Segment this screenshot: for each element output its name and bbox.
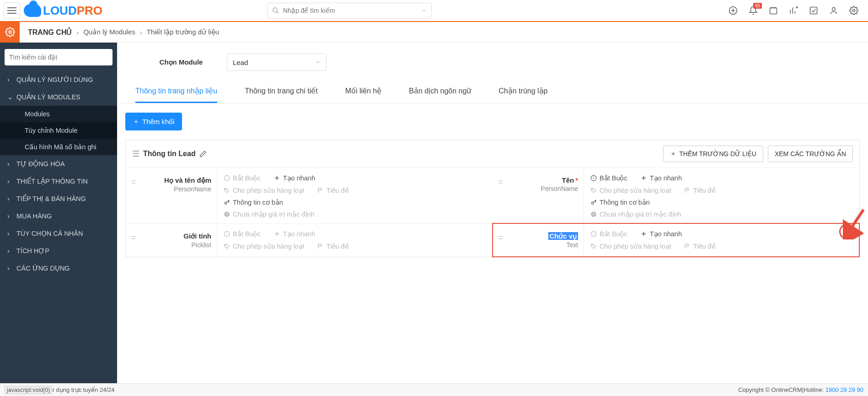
tab[interactable]: Chặn trùng lặp [498,87,547,103]
sidebar-item[interactable]: ›MUA HÀNG [0,207,117,225]
sidebar-item-label: TÙY CHỌN CÁ NHÂN [16,230,83,237]
drag-icon[interactable]: = [498,177,502,187]
sidebar-subitem[interactable]: Cấu hình Mã số bản ghi [0,139,117,155]
opt-mass[interactable]: Cho phép sửa hàng loạt [224,243,305,250]
chevron-icon: › [7,230,12,237]
add-field-button[interactable]: ＋THÊM TRƯỜNG DỮ LIỆU [663,146,763,162]
tab[interactable]: Thông tin trang chi tiết [245,87,317,103]
field-card[interactable]: = Chức vụ Text Bắt Buộc ＋ Tạo nhanh Cho … [493,223,859,257]
sidebar-subitem[interactable]: Tùy chỉnh Module [0,122,117,139]
svg-text:D: D [225,212,228,216]
gear-icon[interactable] [849,5,859,16]
sidebar-item[interactable]: ›TỰ ĐỘNG HÓA [0,155,117,173]
drag-icon[interactable]: = [498,233,502,243]
pencil-icon[interactable] [199,150,207,157]
module-select-value: Lead [233,59,248,66]
add-block-button[interactable]: ＋ Thêm khối [125,113,182,130]
opt-mass[interactable]: Cho phép sửa hàng loạt [590,187,671,194]
global-search-input[interactable] [283,7,421,14]
opt-required[interactable]: Bắt Buộc [224,229,261,238]
bell-icon[interactable]: 65 [748,5,758,16]
footer-right: Copyright © OnlineCRM|Hotline: [738,386,825,393]
drag-icon[interactable]: = [131,177,135,187]
opt-basic[interactable]: Thông tin cơ bản [590,199,650,206]
sidebar-item[interactable]: ›THIẾT LẬP THÔNG TIN [0,173,117,190]
field-card[interactable]: = Giới tính Picklist Bắt Buộc ＋ Tạo nhan… [126,223,493,257]
plus-icon: ＋ [133,117,139,126]
drag-icon[interactable]: = [131,233,135,243]
sidebar-item[interactable]: ›QUẢN LÝ NGƯỜI DÙNG [0,71,117,88]
hamburger-button[interactable] [4,2,20,19]
field-name: Chức vụ [507,232,578,240]
crumb-mid[interactable]: Quản lý Modules [83,28,135,36]
sidebar-item[interactable]: ›TÙY CHỌN CÁ NHÂN [0,225,117,242]
opt-quick[interactable]: ＋ Tạo nhanh [273,174,315,182]
tab[interactable]: Mối liên hệ [345,87,382,103]
sidebar: ›QUẢN LÝ NGƯỜI DÙNG⌄QUẢN LÝ MODULESModul… [0,43,117,396]
crumb-home[interactable]: TRANG CHỦ [28,28,72,37]
drag-icon[interactable]: ☰ [132,149,139,159]
chevron-right-icon: › [140,28,142,36]
check-icon[interactable] [809,5,819,16]
chevron-icon: › [7,247,12,255]
svg-point-32 [225,245,226,245]
chevron-right-icon: › [76,28,79,36]
opt-default[interactable]: D Chưa nhập giá trị mặc định [590,211,681,218]
sidebar-subitem[interactable]: Modules [0,106,117,122]
opt-quick[interactable]: ＋ Tạo nhanh [640,229,682,238]
cloud-icon [24,4,41,17]
block: ☰ Thông tin Lead ＋THÊM TRƯỜNG DỮ LIỆU XE… [125,140,860,257]
calendar-icon[interactable] [768,5,778,16]
opt-header[interactable]: Tiêu đề [684,243,716,250]
sidebar-search[interactable] [5,49,113,65]
chevron-icon: › [7,212,12,220]
footer: javascript:void(0) r dụng trực tuyến 24/… [0,383,868,396]
chevron-icon: › [7,160,12,168]
opt-basic[interactable]: Thông tin cơ bản [224,199,283,206]
field-type: PersonName [507,185,578,192]
svg-line-1 [277,11,279,13]
opt-quick[interactable]: ＋ Tạo nhanh [273,229,315,238]
opt-default[interactable]: D Chưa nhập giá trị mặc định [224,211,315,218]
module-select[interactable]: Lead [227,54,327,71]
topbar: LOUDPRO 65 [0,0,868,22]
svg-point-12 [832,7,836,11]
breadcrumb-bar: TRANG CHỦ › Quản lý Modules › Thiết lập … [0,22,868,43]
sidebar-item[interactable]: ›TIẾP THỊ & BÁN HÀNG [0,190,117,207]
svg-text:D: D [592,212,595,216]
opt-required[interactable]: Bắt Buộc [590,229,627,238]
field-name: Tên* [507,176,578,184]
opt-required[interactable]: Bắt Buộc [590,174,627,182]
svg-point-14 [9,31,11,33]
sidebar-item[interactable]: ›CÁC ỨNG DỤNG [0,260,117,277]
svg-rect-11 [810,7,817,14]
opt-required[interactable]: Bắt Buộc [224,174,261,182]
opt-header[interactable]: Tiêu đề [684,187,716,194]
chevron-icon: › [7,178,12,185]
settings-gear-orange[interactable] [0,22,20,43]
field-card[interactable]: = Họ và tên đệm PersonName Bắt Buộc ＋ Tạ… [126,168,493,223]
chevron-icon: › [7,265,12,272]
tab[interactable]: Bản dịch ngôn ngữ [409,87,471,103]
sidebar-item[interactable]: ›TÍCH HỢP [0,242,117,260]
field-name: Họ và tên đệm [140,176,211,184]
chart-icon[interactable] [788,5,798,16]
footer-hotline[interactable]: 1900 29 29 90 [825,386,863,393]
sidebar-item-label: CÁC ỨNG DỤNG [16,265,70,272]
opt-header[interactable]: Tiêu đề [317,243,349,250]
add-button[interactable] [728,5,738,16]
opt-quick[interactable]: ＋ Tạo nhanh [640,174,682,182]
sidebar-item-label: MUA HÀNG [16,212,52,220]
global-search[interactable] [267,3,432,18]
tab[interactable]: Thông tin trang nhập liệu [135,87,217,103]
opt-mass[interactable]: Cho phép sửa hàng loạt [224,187,305,194]
opt-mass[interactable]: Cho phép sửa hàng loạt [590,243,671,250]
hide-field-button[interactable] [839,224,855,239]
sidebar-item[interactable]: ⌄QUẢN LÝ MODULES [0,88,117,106]
user-icon[interactable] [829,5,839,16]
view-hidden-button[interactable]: XEM CÁC TRƯỜNG ẨN [768,146,853,162]
logo[interactable]: LOUDPRO [24,4,102,18]
opt-header[interactable]: Tiêu đề [317,187,349,194]
logo-text-2: PRO [77,4,102,18]
field-card[interactable]: = Tên* PersonName Bắt Buộc ＋ Tạo nhanh C… [493,168,859,223]
